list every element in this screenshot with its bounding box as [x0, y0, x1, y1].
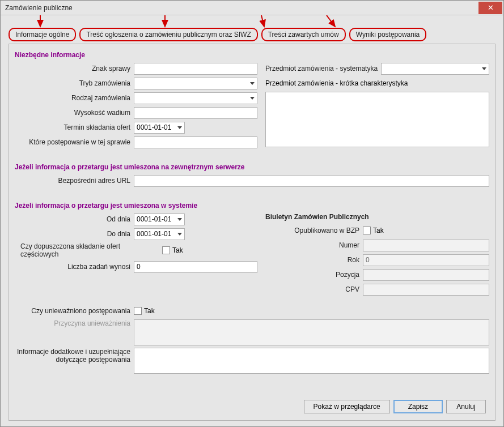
rok-input — [363, 254, 489, 266]
czesciowe-checkbox[interactable] — [162, 246, 170, 254]
numer-label: Numer — [265, 241, 363, 249]
tryb-select[interactable] — [134, 78, 257, 89]
przyczyna-textarea — [134, 319, 489, 345]
rodzaj-select[interactable] — [134, 92, 257, 104]
przedmiot-char-textarea[interactable] — [265, 92, 489, 147]
ktore-label: Które postępowanie w tej sprawie — [15, 138, 134, 146]
info-dod-textarea[interactable] — [134, 348, 489, 374]
section-niezbedne-title: Niezbędne informacje — [15, 51, 489, 59]
uniew-tak-label: Tak — [144, 307, 155, 315]
biuletyn-header: Biuletyn Zamówien Publicznych — [265, 213, 489, 221]
info-dod-label: Informacje dodatkowe i uzupełniające dot… — [15, 348, 134, 364]
close-button[interactable]: ✕ — [478, 2, 502, 14]
od-dnia-label: Od dnia — [15, 215, 134, 223]
numer-input — [363, 240, 489, 251]
opub-label: Opublikowano w BZP — [265, 227, 363, 234]
section-serwer-title: Jeżeli informacja o przetargu jest umies… — [15, 163, 489, 171]
pozycja-input — [363, 269, 489, 281]
section-system-title: Jeżeli informacja o przetargu jest umies… — [15, 202, 489, 210]
cpv-label: CPV — [265, 285, 363, 293]
termin-label: Termin składania ofert — [15, 123, 134, 131]
close-icon: ✕ — [488, 3, 494, 12]
tabs-row: Informacje ogólne Treść ogłoszenia o zam… — [1, 15, 503, 41]
przedmiot-sys-label: Przedmiot zamówienia - systematyka — [265, 65, 381, 72]
pozycja-label: Pozycja — [265, 271, 363, 279]
uniew-checkbox[interactable] — [134, 307, 142, 315]
do-dnia-input[interactable] — [134, 228, 185, 240]
tab-informacje-ogolne[interactable]: Informacje ogólne — [9, 28, 76, 41]
dialog-window: Zamówienie publiczne ✕ Informacje ogólne… — [0, 0, 504, 427]
opub-checkbox[interactable] — [363, 227, 371, 234]
do-dnia-label: Do dnia — [15, 230, 134, 238]
uniew-label: Czy unieważniono postępowania — [15, 307, 134, 315]
od-dnia-input[interactable] — [134, 214, 185, 225]
titlebar: Zamówienie publiczne ✕ — [1, 1, 503, 15]
znak-sprawy-input[interactable] — [134, 63, 257, 75]
liczba-label: Liczba zadań wynosi — [15, 263, 134, 271]
przyczyna-label: Przyczyna unieważnienia — [15, 319, 134, 327]
czesciowe-tak-label: Tak — [172, 246, 183, 254]
ktore-input[interactable] — [134, 136, 257, 148]
wadium-input[interactable] — [134, 107, 257, 119]
tryb-label: Tryb zamówienia — [15, 79, 134, 87]
footer-buttons: Pokaż w przeglądarce Zapisz Anuluj — [304, 400, 486, 413]
url-input[interactable] — [134, 175, 489, 187]
tab-tresci-umow[interactable]: Treści zawartych umów — [261, 28, 346, 41]
czesciowe-label: Czy dopuszczona składanie ofert częściow… — [15, 242, 162, 258]
liczba-input[interactable] — [134, 261, 257, 273]
termin-input[interactable] — [134, 122, 185, 134]
cancel-button[interactable]: Anuluj — [446, 400, 486, 413]
opub-tak-label: Tak — [373, 227, 384, 234]
save-button[interactable]: Zapisz — [393, 400, 443, 413]
rok-label: Rok — [265, 256, 363, 264]
wadium-label: Wysokość wadium — [15, 109, 134, 117]
przedmiot-char-label: Przedmiot zamówienia - krótka charaktery… — [265, 79, 408, 87]
cpv-input — [363, 284, 489, 296]
przedmiot-sys-select[interactable] — [381, 63, 489, 75]
tab-wyniki[interactable]: Wyniki postępowania — [349, 28, 427, 41]
window-title: Zamówienie publiczne — [5, 4, 73, 12]
content-panel: Niezbędne informacje Znak sprawy Tryb za… — [9, 44, 495, 421]
rodzaj-label: Rodzaj zamówienia — [15, 94, 134, 102]
url-label: Bezpośredni adres URL — [15, 177, 134, 185]
tab-tresc-ogloszenia[interactable]: Treść ogłoszenia o zamówieniu publicznym… — [79, 28, 257, 41]
znak-sprawy-label: Znak sprawy — [15, 65, 134, 72]
preview-button[interactable]: Pokaż w przeglądarce — [304, 400, 390, 413]
